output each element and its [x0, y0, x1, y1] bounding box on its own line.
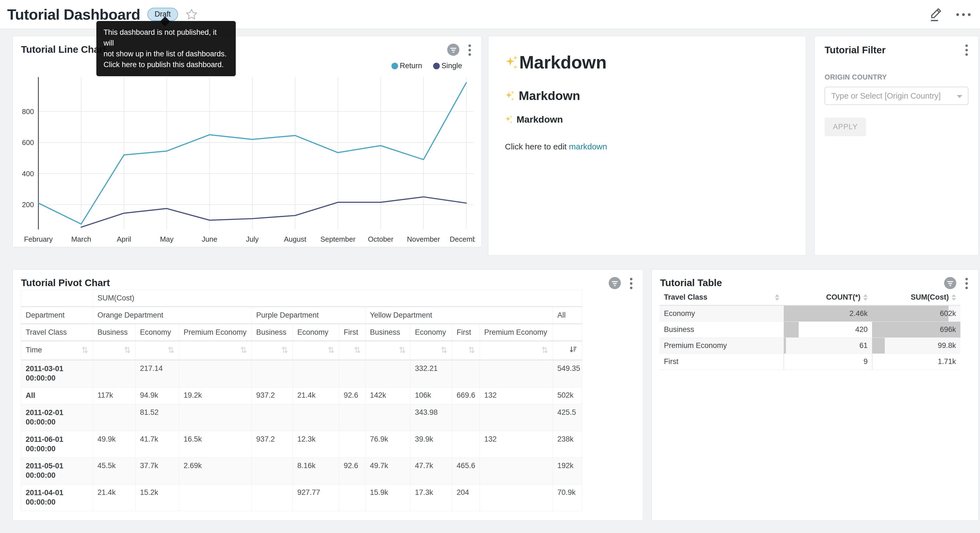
pivot-subcol-row: Travel ClassBusinessEconomyPremium Econo…	[21, 324, 582, 341]
pivot-sort-cell: ⇅	[252, 341, 293, 360]
markdown-h3: Markdown	[505, 114, 789, 125]
pivot-metric-row: SUM(Cost)	[21, 290, 582, 307]
pivot-sort-cell: ⇅	[179, 341, 252, 360]
pivot-cell: 81.52	[135, 404, 179, 431]
sort-icon[interactable]: ⇅	[541, 345, 548, 355]
svg-text:August: August	[284, 235, 307, 243]
pivot-cell	[293, 360, 339, 387]
sort-icon[interactable]	[775, 294, 779, 301]
favorite-star-icon[interactable]	[185, 8, 198, 21]
svg-text:800: 800	[22, 107, 34, 116]
pivot-cell: 19.2k	[179, 387, 252, 404]
line-chart-svg[interactable]: 200400600800FebruaryMarchAprilMayJuneJul…	[17, 75, 475, 246]
pivot-subcol-header: Economy	[293, 324, 339, 341]
sort-icon[interactable]: ⇅	[167, 345, 175, 355]
pivot-cell: 465.6	[452, 458, 480, 484]
tutorial-table: Travel Class COUNT(*) SUM(Cost) Ec	[660, 290, 960, 370]
sort-icon[interactable]: ⇅	[441, 345, 447, 355]
pivot-cell: 332.21	[410, 360, 452, 387]
chart-menu-icon[interactable]	[964, 276, 969, 291]
publish-tooltip[interactable]: This dashboard is not published, it will…	[96, 21, 236, 76]
filter-indicator-icon[interactable]	[944, 277, 956, 290]
svg-text:December: December	[450, 235, 475, 243]
legend-item-single[interactable]: Single	[433, 62, 462, 70]
pivot-cell: 94.9k	[135, 387, 179, 404]
travel-class-cell: Economy	[660, 305, 784, 322]
pivot-col-dimension: Travel Class	[21, 324, 93, 341]
svg-text:400: 400	[22, 169, 34, 178]
pivot-metric-header: SUM(Cost)	[93, 290, 582, 307]
sort-icon[interactable]: ⇅	[124, 345, 131, 355]
svg-text:June: June	[202, 235, 217, 243]
origin-country-select[interactable]	[824, 87, 969, 105]
pivot-subcol-header: First	[339, 324, 366, 341]
pivot-cell: 927.77	[293, 484, 339, 511]
pivot-group-header: All	[553, 307, 582, 324]
pivot-cell: 549.35	[553, 360, 582, 387]
sort-icon[interactable]: ⇅	[281, 345, 288, 355]
sort-icon[interactable]: ⇅	[354, 345, 361, 355]
sort-icon[interactable]: ⇅	[81, 345, 88, 355]
pivot-cell	[339, 484, 366, 511]
sort-icon[interactable]: ⇅	[468, 345, 475, 355]
pivot-cell: 192k	[553, 458, 582, 484]
sort-icon[interactable]: ⇅	[240, 345, 247, 355]
pivot-subcol-header: Business	[252, 324, 293, 341]
svg-text:February: February	[24, 235, 53, 243]
svg-text:October: October	[368, 235, 394, 243]
pivot-row-label: 2011-06-01 00:00:00	[21, 431, 93, 458]
pivot-cell: 106k	[410, 387, 452, 404]
pivot-subcol-header: Premium Economy	[179, 324, 252, 341]
sort-desc-icon[interactable]	[569, 345, 578, 354]
pivot-table: SUM(Cost)DepartmentOrange DepartmentPurp…	[21, 290, 582, 511]
travel-class-cell: Premium Economy	[660, 338, 784, 354]
table-row: First91.71k	[660, 354, 960, 370]
col-header-travel-class[interactable]: Travel Class	[660, 290, 784, 305]
sort-icon[interactable]: ⇅	[328, 345, 334, 355]
pivot-cell	[452, 360, 480, 387]
edit-dashboard-icon[interactable]	[929, 6, 943, 23]
filter-indicator-icon[interactable]	[608, 277, 621, 290]
chart-menu-icon[interactable]	[628, 276, 634, 291]
filter-panel: Tutorial Filter ORIGIN COUNTRY APPLY	[815, 36, 978, 255]
dashboard-page: Tutorial Dashboard Draft This dashboard …	[0, 0, 980, 533]
apply-button[interactable]: APPLY	[824, 118, 866, 136]
sparkles-icon	[505, 90, 515, 102]
pivot-sort-cell	[553, 341, 582, 360]
filter-menu-icon[interactable]	[964, 43, 969, 57]
pivot-row-label: 2011-03-01 00:00:00	[21, 360, 93, 387]
pivot-cell: 21.4k	[93, 484, 135, 511]
sort-icon[interactable]	[863, 294, 868, 301]
pivot-row-label: 2011-04-01 00:00:00	[21, 484, 93, 511]
origin-country-input[interactable]	[831, 91, 952, 101]
pivot-row: 2011-05-01 00:00:0045.5k37.7k2.69k8.16k9…	[21, 458, 582, 484]
pivot-subcol-header: Business	[366, 324, 410, 341]
markdown-footer: Click here to edit markdown	[505, 142, 789, 152]
pivot-row-dimension: Department	[21, 307, 93, 324]
table-title: Tutorial Table	[660, 277, 722, 288]
sort-icon[interactable]: ⇅	[399, 345, 406, 355]
col-header-sum-cost[interactable]: SUM(Cost)	[872, 290, 960, 305]
pivot-sort-cell: ⇅	[410, 341, 452, 360]
table-row: Economy2.46k602k	[660, 305, 960, 322]
edit-markdown-link[interactable]: markdown	[569, 142, 607, 151]
chart-menu-icon[interactable]	[467, 43, 473, 57]
col-header-count[interactable]: COUNT(*)	[784, 290, 872, 305]
legend-item-return[interactable]: Return	[391, 62, 422, 70]
sparkles-icon	[505, 115, 513, 124]
pivot-group-row: DepartmentOrange DepartmentPurple Depart…	[21, 307, 582, 324]
pivot-cell: 39.9k	[410, 431, 452, 458]
pivot-row: 2011-06-01 00:00:0049.9k41.7k16.5k937.21…	[21, 431, 582, 458]
count-cell: 61	[784, 338, 872, 354]
sort-icon[interactable]	[951, 294, 956, 301]
more-menu-icon[interactable]	[956, 13, 970, 16]
pivot-cell: 132	[480, 387, 553, 404]
pivot-cell: 92.6	[339, 387, 366, 404]
pivot-cell: 425.5	[553, 404, 582, 431]
pivot-cell	[452, 431, 480, 458]
pivot-sort-cell: ⇅	[339, 341, 366, 360]
pivot-cell: 12.3k	[293, 431, 339, 458]
filter-indicator-icon[interactable]	[447, 43, 460, 57]
count-cell: 2.46k	[784, 305, 872, 322]
legend-dot-return	[391, 63, 398, 69]
